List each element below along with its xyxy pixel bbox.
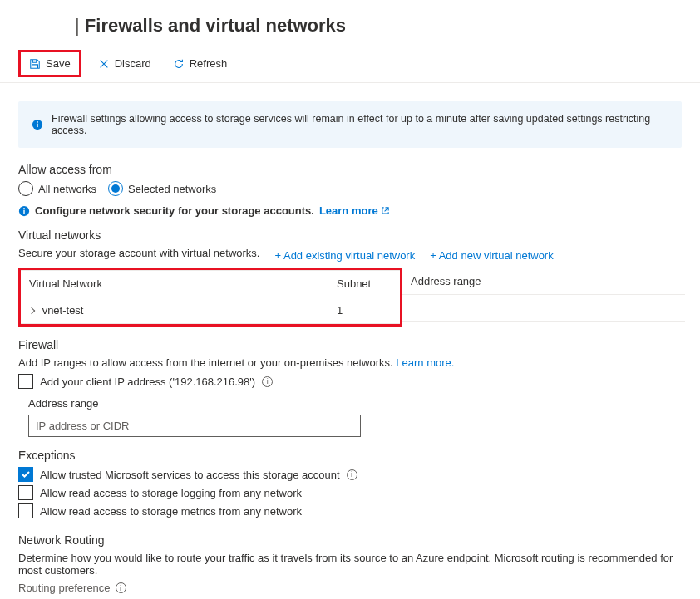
add-new-vnet-link[interactable]: + Add new virtual network xyxy=(430,249,554,262)
save-icon xyxy=(29,58,41,70)
col-subnet-header: Subnet xyxy=(328,271,400,297)
radio-circle-icon xyxy=(18,181,33,196)
add-existing-vnet-link[interactable]: + Add existing virtual network xyxy=(274,249,415,262)
info-help-icon[interactable]: i xyxy=(347,469,357,480)
col-network-header: Virtual Network xyxy=(21,271,328,297)
refresh-label: Refresh xyxy=(190,57,228,70)
info-banner: Firewall settings allowing access to sto… xyxy=(18,101,682,148)
checkbox-trusted[interactable] xyxy=(18,467,33,482)
vnet-title: Virtual networks xyxy=(18,228,682,242)
vnet-name: vnet-test xyxy=(42,304,84,317)
firewall-learn-more-link[interactable]: Learn more. xyxy=(396,356,454,369)
checkmark-icon xyxy=(21,469,31,479)
address-range-label: Address range xyxy=(28,397,682,410)
radio-all-label: All networks xyxy=(38,183,96,195)
close-icon xyxy=(98,58,110,70)
refresh-button[interactable]: Refresh xyxy=(168,54,233,73)
info-icon xyxy=(32,119,43,130)
title-text: Firewalls and virtual networks xyxy=(85,15,346,36)
logging-label: Allow read access to storage logging fro… xyxy=(40,487,302,499)
vnet-table: Virtual Network Subnet vnet-test 1 Addre… xyxy=(18,268,682,327)
exceptions-section: Exceptions Allow trusted Microsoft servi… xyxy=(0,449,700,533)
svg-point-2 xyxy=(37,121,38,123)
radio-circle-selected-icon xyxy=(108,181,123,196)
title-separator: | xyxy=(75,15,80,36)
access-title: Allow access from xyxy=(18,163,682,176)
exceptions-title: Exceptions xyxy=(18,449,682,462)
client-ip-label: Add your client IP address ('192.168.216… xyxy=(40,376,255,388)
metrics-label: Allow read access to storage metrics fro… xyxy=(40,505,302,518)
svg-point-5 xyxy=(23,208,25,209)
refresh-icon xyxy=(173,58,185,70)
radio-selected-label: Selected networks xyxy=(128,183,216,195)
discard-label: Discard xyxy=(115,57,151,70)
routing-desc: Determine how you would like to route yo… xyxy=(18,552,682,577)
info-icon xyxy=(18,205,30,217)
vnet-desc: Secure your storage account with virtual… xyxy=(18,247,259,259)
learn-more-link[interactable]: Learn more xyxy=(319,204,390,217)
firewall-title: Firewall xyxy=(18,338,682,351)
banner-text: Firewall settings allowing access to sto… xyxy=(52,113,668,136)
chevron-right-icon xyxy=(28,307,35,314)
info-help-icon[interactable]: i xyxy=(262,376,273,387)
access-section: Allow access from All networks Selected … xyxy=(0,163,700,338)
address-range-input[interactable] xyxy=(28,415,361,437)
save-button[interactable]: Save xyxy=(24,54,76,73)
checkbox-metrics[interactable] xyxy=(18,503,33,518)
save-label: Save xyxy=(46,57,71,70)
discard-button[interactable]: Discard xyxy=(93,54,156,73)
page-title: | Firewalls and virtual networks xyxy=(0,0,700,45)
toolbar: Save Discard Refresh xyxy=(0,45,700,83)
svg-rect-1 xyxy=(37,124,37,127)
checkbox-client-ip[interactable] xyxy=(18,374,33,389)
trusted-label: Allow trusted Microsoft services to acce… xyxy=(40,469,340,481)
vnet-subnet: 1 xyxy=(328,297,400,323)
radio-all-networks[interactable]: All networks xyxy=(18,181,96,196)
col-range-header: Address range xyxy=(402,268,685,294)
info-help-icon[interactable]: i xyxy=(116,582,126,593)
routing-title: Network Routing xyxy=(18,533,682,547)
config-text: Configure network security for your stor… xyxy=(35,204,314,217)
learn-more-label: Learn more xyxy=(319,204,378,217)
firewall-section: Firewall Add IP ranges to allow access f… xyxy=(0,338,700,449)
routing-pref-label: Routing preference xyxy=(18,582,111,594)
table-row[interactable]: vnet-test 1 xyxy=(21,297,400,324)
save-highlight: Save xyxy=(18,50,81,77)
vnet-highlight: Virtual Network Subnet vnet-test 1 xyxy=(18,268,402,327)
routing-section: Network Routing Determine how you would … xyxy=(0,533,700,599)
checkbox-logging[interactable] xyxy=(18,485,33,500)
firewall-desc: Add IP ranges to allow access from the i… xyxy=(18,356,393,369)
external-link-icon xyxy=(381,206,390,215)
svg-rect-4 xyxy=(23,209,24,213)
radio-selected-networks[interactable]: Selected networks xyxy=(108,181,216,196)
vnet-range-cell xyxy=(402,295,685,321)
